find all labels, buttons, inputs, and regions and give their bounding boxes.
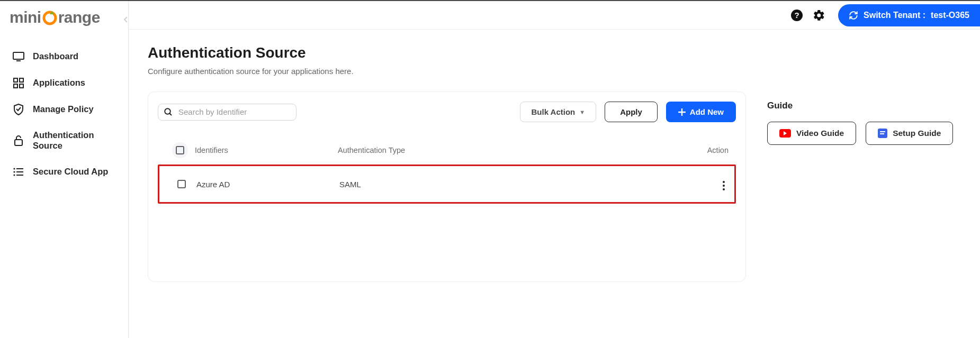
svg-rect-5 xyxy=(14,84,17,88)
sidebar-item-label: Dashboard xyxy=(33,51,78,62)
search-input[interactable] xyxy=(178,107,291,116)
setup-guide-button[interactable]: Setup Guide xyxy=(866,122,953,145)
shield-icon xyxy=(13,104,24,115)
svg-rect-7 xyxy=(15,140,22,145)
dashboard-icon xyxy=(13,51,24,62)
svg-rect-6 xyxy=(20,84,23,88)
sidebar-collapse-chevron[interactable] xyxy=(123,16,129,23)
apply-label: Apply xyxy=(620,107,642,116)
sidebar: mini range Dashboard xyxy=(0,1,129,338)
header-action: Action xyxy=(691,146,729,154)
search-icon xyxy=(164,107,173,117)
sidebar-item-authentication-source[interactable]: Authentication Source xyxy=(3,123,125,159)
tenant-name: test-O365 xyxy=(931,11,969,20)
add-new-button[interactable]: Add New xyxy=(666,102,736,122)
help-icon[interactable]: ? xyxy=(789,8,804,23)
row-type: SAML xyxy=(339,180,690,189)
bulk-action-label: Bulk Action xyxy=(531,107,575,116)
apply-button[interactable]: Apply xyxy=(605,102,658,122)
svg-rect-13 xyxy=(16,175,23,176)
chevron-down-icon: ▼ xyxy=(579,109,585,115)
table-header: Identifiers Authentication Type Action xyxy=(158,136,736,165)
row-action-menu[interactable] xyxy=(721,179,727,193)
svg-rect-1 xyxy=(13,52,24,59)
auth-source-panel: Bulk Action ▼ Apply Add New xyxy=(148,92,746,282)
bulk-action-button[interactable]: Bulk Action ▼ xyxy=(520,102,596,122)
brand-o-icon xyxy=(42,10,58,25)
brand-suffix: range xyxy=(58,8,100,26)
refresh-icon xyxy=(849,11,858,20)
sidebar-item-label: Secure Cloud App xyxy=(33,167,108,177)
sidebar-item-manage-policy[interactable]: Manage Policy xyxy=(3,96,125,123)
document-icon xyxy=(878,129,887,138)
lock-icon xyxy=(13,135,24,147)
svg-rect-9 xyxy=(16,168,23,169)
youtube-icon xyxy=(779,129,791,138)
page-title: Authentication Source xyxy=(148,44,746,61)
table-body-highlighted: Azure AD SAML xyxy=(158,165,736,204)
row-identifier: Azure AD xyxy=(196,180,339,189)
svg-point-12 xyxy=(13,174,15,176)
brand-prefix: mini xyxy=(10,8,41,26)
sidebar-item-label: Manage Policy xyxy=(33,104,94,115)
svg-rect-4 xyxy=(20,78,23,82)
sidebar-item-applications[interactable]: Applications xyxy=(3,70,125,96)
list-icon xyxy=(13,166,24,178)
main-area: ? Switch Tenant : test-O365 Authenticati… xyxy=(129,1,980,338)
table-row[interactable]: Azure AD SAML xyxy=(159,166,734,202)
svg-line-17 xyxy=(169,113,172,115)
svg-text:?: ? xyxy=(794,11,799,20)
switch-tenant-label: Switch Tenant : xyxy=(864,11,925,20)
sidebar-item-secure-cloud-app[interactable]: Secure Cloud App xyxy=(3,159,125,185)
sidebar-item-label: Authentication Source xyxy=(33,130,115,151)
brand-logo[interactable]: mini range xyxy=(0,6,128,39)
svg-point-8 xyxy=(13,168,15,169)
sidebar-item-dashboard[interactable]: Dashboard xyxy=(3,43,125,70)
settings-gear-icon[interactable] xyxy=(812,8,826,23)
svg-point-10 xyxy=(13,171,15,172)
svg-rect-2 xyxy=(16,60,21,61)
header-identifier: Identifiers xyxy=(195,146,338,154)
video-guide-label: Video Guide xyxy=(796,129,844,138)
header-type: Authentication Type xyxy=(338,146,691,154)
svg-rect-11 xyxy=(16,171,23,172)
plus-icon xyxy=(678,108,686,116)
sidebar-item-label: Applications xyxy=(33,78,85,88)
select-all-checkbox[interactable] xyxy=(172,142,188,158)
setup-guide-label: Setup Guide xyxy=(893,129,941,138)
guide-panel: Guide Video Guide Setup Guide xyxy=(767,44,953,282)
search-wrap[interactable] xyxy=(158,104,296,121)
switch-tenant-button[interactable]: Switch Tenant : test-O365 xyxy=(838,4,980,26)
video-guide-button[interactable]: Video Guide xyxy=(767,122,856,145)
add-new-label: Add New xyxy=(690,107,724,116)
svg-point-16 xyxy=(165,108,170,114)
sidebar-nav: Dashboard Applications Manage Pol xyxy=(0,39,128,189)
topbar: ? Switch Tenant : test-O365 xyxy=(129,1,980,30)
page-subtitle: Configure authentication source for your… xyxy=(148,67,746,76)
svg-rect-3 xyxy=(14,78,17,82)
panel-toolbar: Bulk Action ▼ Apply Add New xyxy=(158,102,736,122)
guide-title: Guide xyxy=(767,101,953,111)
applications-icon xyxy=(13,77,24,89)
svg-point-0 xyxy=(44,12,56,24)
row-checkbox[interactable] xyxy=(177,180,186,188)
